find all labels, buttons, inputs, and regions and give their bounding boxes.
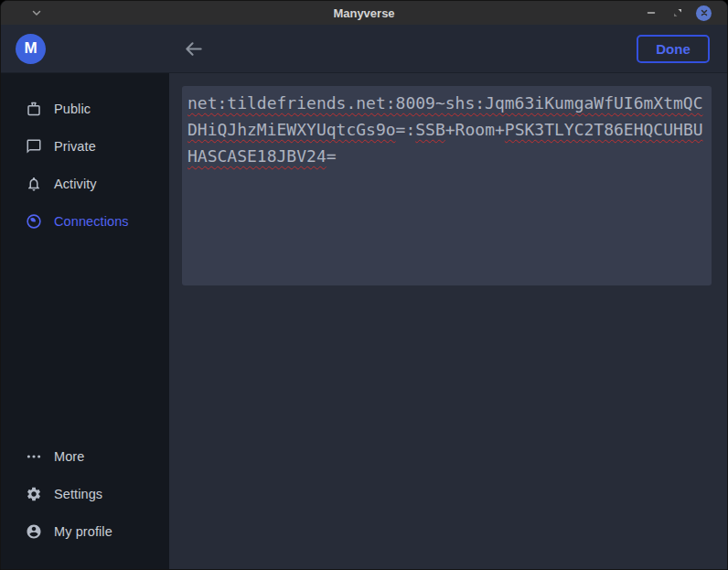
manyverse-window: Manyverse M Done PublicPrivateAct [0, 0, 728, 570]
sidebar-item-activity[interactable]: Activity [1, 165, 169, 202]
sidebar-item-label: Private [54, 139, 96, 154]
sidebar-item-label: Connections [54, 214, 129, 229]
sidebar-item-label: Public [54, 102, 91, 116]
sidebar-bottom-group: MoreSettingsMy profile [1, 437, 169, 550]
chat-bubble-icon [26, 138, 42, 155]
sidebar-item-my-profile[interactable]: My profile [1, 512, 169, 550]
text-segment: =: [396, 120, 416, 139]
sidebar-item-settings[interactable]: Settings [1, 475, 169, 512]
done-button[interactable]: Done [637, 35, 710, 63]
restore-button[interactable] [669, 5, 686, 21]
sidebar-item-label: My profile [54, 524, 112, 539]
window-menu-chevron-icon[interactable] [31, 7, 42, 18]
bell-icon [26, 176, 42, 192]
sidebar-item-connections[interactable]: Connections [1, 202, 169, 240]
text-segment: +Room+ [445, 120, 505, 139]
sidebar-item-public[interactable]: Public [1, 90, 169, 127]
gear-icon [26, 486, 42, 502]
sidebar-main-group: PublicPrivateActivityConnections [1, 90, 169, 240]
sidebar-item-label: Settings [54, 487, 102, 501]
app-header: M Done [1, 25, 727, 73]
sidebar: PublicPrivateActivityConnections MoreSet… [1, 73, 169, 569]
swim-icon [26, 213, 42, 230]
window-controls [643, 5, 727, 21]
ellipsis-icon [26, 448, 42, 465]
back-arrow-icon[interactable] [183, 38, 204, 59]
sidebar-item-more[interactable]: More [1, 437, 169, 475]
content-area: net:tildefriends.net:8009~shs:Jqm63iKumg… [169, 73, 727, 569]
text-segment: = [327, 146, 337, 166]
invite-code-input[interactable]: net:tildefriends.net:8009~shs:Jqm63iKumg… [182, 86, 712, 285]
person-icon [26, 523, 42, 540]
app-body: PublicPrivateActivityConnections MoreSet… [1, 73, 727, 569]
titlebar: Manyverse [1, 1, 727, 25]
balloon-icon [26, 101, 42, 117]
misspelled-segment: SSB [415, 120, 445, 139]
close-button[interactable] [696, 5, 712, 21]
sidebar-item-label: More [54, 449, 84, 464]
sidebar-item-private[interactable]: Private [1, 127, 169, 165]
window-title: Manyverse [1, 6, 727, 20]
sidebar-item-label: Activity [54, 177, 97, 191]
manyverse-logo: M [16, 34, 46, 64]
minimize-button[interactable] [643, 5, 659, 21]
